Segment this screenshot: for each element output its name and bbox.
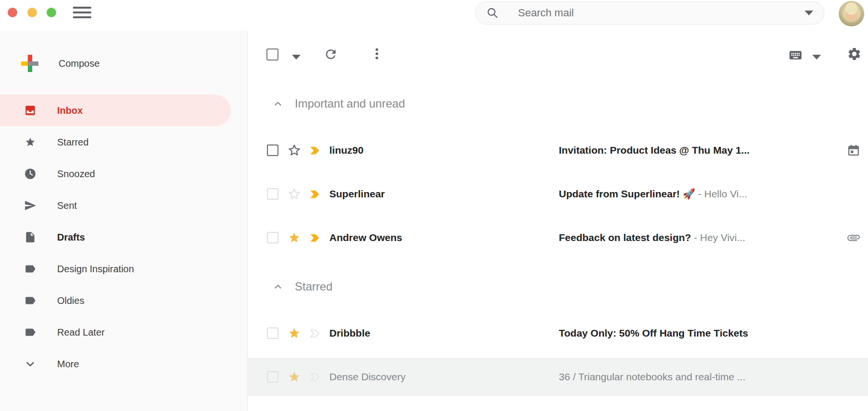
- sidebar-item-label: Sent: [57, 200, 77, 211]
- star-toggle-icon[interactable]: [287, 326, 301, 340]
- input-tools-keyboard-icon[interactable]: [786, 48, 805, 62]
- subject-text: 36 / Triangular notebooks and real-time …: [559, 371, 746, 382]
- sender-name: Dense Discovery: [329, 358, 406, 396]
- label-icon: [24, 326, 36, 338]
- section-title: Important and unread: [295, 97, 405, 110]
- mail-row[interactable]: DribbbleToday Only: 50% Off Hang Time Ti…: [248, 314, 868, 352]
- sidebar: Compose InboxStarredSnoozedSentDraftsDes…: [0, 31, 248, 411]
- row-checkbox[interactable]: [267, 371, 278, 383]
- importance-marker-icon[interactable]: [309, 144, 322, 157]
- snippet-text: - Hey Vivi...: [691, 232, 745, 243]
- mail-row[interactable]: linuz90Invitation: Product Ideas @ Thu M…: [248, 131, 868, 169]
- sidebar-item-starred[interactable]: Starred: [0, 126, 248, 158]
- mail-row[interactable]: SuperlinearUpdate from Superlinear! 🚀 - …: [248, 175, 868, 213]
- row-checkbox[interactable]: [267, 145, 278, 156]
- sidebar-nav: InboxStarredSnoozedSentDraftsDesign Insp…: [0, 95, 248, 380]
- importance-marker-icon[interactable]: [309, 231, 322, 244]
- settings-gear-icon[interactable]: [847, 47, 862, 61]
- star-toggle-icon[interactable]: [287, 230, 301, 245]
- search-bar[interactable]: [475, 1, 824, 24]
- row-checkbox[interactable]: [267, 327, 278, 339]
- section-title: Starred: [295, 280, 333, 293]
- sidebar-item-label: More: [57, 359, 79, 370]
- chevron-down-icon: [24, 358, 36, 370]
- sidebar-item-label: Oldies: [57, 295, 84, 306]
- collapse-section-chevron-up-icon[interactable]: [273, 281, 283, 292]
- sidebar-item-label: Inbox: [57, 105, 83, 116]
- compose-label: Compose: [59, 58, 100, 69]
- star-icon: [24, 136, 36, 148]
- subject-line: Update from Superlinear! 🚀 - Hello Vi...: [559, 175, 837, 213]
- mail-row[interactable]: Andrew OwensFeedback on latest design? -…: [248, 218, 868, 257]
- importance-marker-icon[interactable]: [309, 371, 322, 384]
- subject-line: Invitation: Product Ideas @ Thu May 1...: [559, 131, 837, 169]
- sidebar-item-label: Drafts: [57, 232, 85, 243]
- clock-icon: [24, 168, 36, 180]
- importance-marker-icon[interactable]: [309, 188, 322, 201]
- star-toggle-icon[interactable]: [287, 187, 301, 201]
- zoom-window-button[interactable]: [47, 8, 56, 17]
- section-header: Important and unread: [273, 96, 405, 111]
- sidebar-item-more[interactable]: More: [0, 348, 248, 380]
- subject-text: Invitation: Product Ideas @ Thu May 1...: [559, 145, 749, 156]
- search-options-dropdown-icon[interactable]: [805, 11, 813, 15]
- send-icon: [24, 199, 36, 212]
- avatar[interactable]: [839, 1, 864, 26]
- sidebar-item-snoozed[interactable]: Snoozed: [0, 158, 248, 190]
- subject-text: Today Only: 50% Off Hang Time Tickets: [559, 327, 748, 338]
- sidebar-item-oldies[interactable]: Oldies: [0, 285, 248, 316]
- subject-text: Update from Superlinear! 🚀: [559, 188, 695, 199]
- close-window-button[interactable]: [8, 8, 17, 17]
- compose-button[interactable]: Compose: [21, 55, 100, 72]
- sidebar-item-label: Read Later: [57, 327, 105, 338]
- sender-name: Andrew Owens: [329, 218, 402, 257]
- mail-row[interactable]: Dense Discovery36 / Triangular notebooks…: [248, 358, 868, 396]
- refresh-icon[interactable]: [324, 47, 338, 61]
- calendar-icon: [847, 144, 860, 157]
- sidebar-item-sent[interactable]: Sent: [0, 190, 248, 221]
- inbox-icon: [24, 104, 36, 117]
- file-icon: [24, 231, 36, 243]
- search-icon: [486, 7, 499, 19]
- sidebar-item-label: Snoozed: [57, 169, 95, 180]
- importance-marker-icon[interactable]: [309, 327, 322, 340]
- sidebar-item-inbox[interactable]: Inbox: [0, 95, 231, 126]
- select-all-checkbox[interactable]: [266, 48, 278, 60]
- select-dropdown-icon[interactable]: [292, 55, 301, 60]
- section-header: Starred: [273, 279, 333, 294]
- sidebar-item-drafts[interactable]: Drafts: [0, 221, 248, 253]
- paperclip-icon: [847, 231, 860, 244]
- more-options-icon[interactable]: [370, 47, 384, 61]
- subject-text: Feedback on latest design?: [559, 232, 691, 243]
- sender-name: linuz90: [329, 131, 363, 169]
- hamburger-menu-icon[interactable]: [73, 7, 91, 18]
- snippet-text: - Hello Vi...: [695, 188, 747, 199]
- row-checkbox[interactable]: [267, 188, 278, 200]
- sidebar-item-design-inspiration[interactable]: Design Inspiration: [0, 253, 248, 285]
- star-toggle-icon[interactable]: [287, 370, 301, 384]
- compose-plus-icon: [21, 55, 38, 72]
- collapse-section-chevron-up-icon[interactable]: [273, 98, 283, 109]
- sidebar-item-label: Design Inspiration: [57, 264, 134, 275]
- row-checkbox[interactable]: [267, 232, 278, 243]
- mail-pane: Important and unreadlinuz90Invitation: P…: [248, 31, 868, 411]
- sender-name: Superlinear: [329, 175, 385, 213]
- minimize-window-button[interactable]: [27, 8, 37, 17]
- search-input[interactable]: [518, 7, 799, 19]
- input-tools-dropdown-icon[interactable]: [812, 55, 821, 60]
- subject-line: 36 / Triangular notebooks and real-time …: [559, 358, 837, 396]
- subject-line: Today Only: 50% Off Hang Time Tickets: [559, 314, 837, 352]
- label-icon: [24, 294, 36, 307]
- star-toggle-icon[interactable]: [287, 143, 301, 157]
- subject-line: Feedback on latest design? - Hey Vivi...: [559, 218, 837, 257]
- sidebar-item-label: Starred: [57, 137, 89, 148]
- titlebar: [0, 0, 868, 31]
- label-icon: [24, 263, 36, 275]
- sender-name: Dribbble: [329, 314, 370, 352]
- sidebar-item-read-later[interactable]: Read Later: [0, 316, 248, 348]
